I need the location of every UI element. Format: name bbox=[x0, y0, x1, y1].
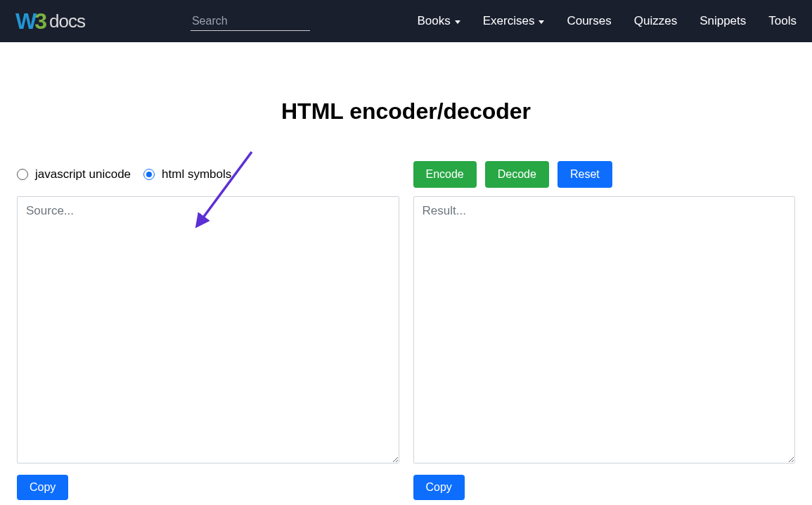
copy-source-button[interactable]: Copy bbox=[17, 475, 68, 500]
logo-three: 3 bbox=[34, 8, 46, 34]
logo[interactable]: W 3 docs bbox=[15, 8, 85, 34]
chevron-down-icon bbox=[539, 20, 544, 24]
radio-html-symbols-label: html symbols bbox=[162, 167, 231, 181]
reset-button[interactable]: Reset bbox=[558, 161, 612, 188]
controls-row: javascript unicode html symbols Copy Enc… bbox=[17, 161, 795, 500]
nav-books-label: Books bbox=[417, 14, 450, 28]
result-wrap bbox=[413, 196, 796, 466]
radio-js-unicode-label: javascript unicode bbox=[35, 167, 131, 181]
logo-docs: docs bbox=[49, 11, 85, 32]
nav-quizzes[interactable]: Quizzes bbox=[634, 14, 677, 28]
nav-books[interactable]: Books bbox=[417, 14, 460, 28]
right-column: Encode Decode Reset Copy bbox=[413, 161, 796, 500]
logo-w: W bbox=[15, 8, 36, 34]
radio-html-symbols[interactable]: html symbols bbox=[143, 167, 231, 181]
copy-result-button[interactable]: Copy bbox=[413, 475, 465, 500]
nav-snippets[interactable]: Snippets bbox=[700, 14, 746, 28]
nav-courses[interactable]: Courses bbox=[567, 14, 611, 28]
nav-snippets-label: Snippets bbox=[700, 14, 746, 28]
radio-js-unicode[interactable]: javascript unicode bbox=[17, 167, 131, 181]
source-textarea[interactable] bbox=[17, 196, 399, 464]
chevron-down-icon bbox=[455, 20, 460, 24]
nav-courses-label: Courses bbox=[567, 14, 611, 28]
radio-group: javascript unicode html symbols bbox=[17, 161, 399, 188]
search-wrap bbox=[191, 12, 310, 31]
result-textarea[interactable] bbox=[413, 196, 796, 464]
nav-tools[interactable]: Tools bbox=[768, 14, 797, 28]
radio-icon-checked bbox=[143, 169, 155, 180]
page-title: HTML encoder/decoder bbox=[17, 98, 795, 124]
nav-exercises-label: Exercises bbox=[483, 14, 535, 28]
search-input[interactable] bbox=[191, 12, 310, 31]
source-wrap bbox=[17, 196, 399, 466]
nav-tools-label: Tools bbox=[768, 14, 797, 28]
nav-quizzes-label: Quizzes bbox=[634, 14, 677, 28]
left-column: javascript unicode html symbols Copy bbox=[17, 161, 399, 500]
encode-button[interactable]: Encode bbox=[413, 161, 477, 188]
nav-links: Books Exercises Courses Quizzes Snippets… bbox=[417, 14, 797, 28]
nav-exercises[interactable]: Exercises bbox=[483, 14, 545, 28]
decode-button[interactable]: Decode bbox=[485, 161, 549, 188]
navbar: W 3 docs Books Exercises Courses Quizzes… bbox=[0, 0, 812, 42]
radio-icon bbox=[17, 169, 28, 180]
action-button-row: Encode Decode Reset bbox=[413, 161, 796, 188]
page: HTML encoder/decoder javascript unicode … bbox=[0, 98, 812, 500]
